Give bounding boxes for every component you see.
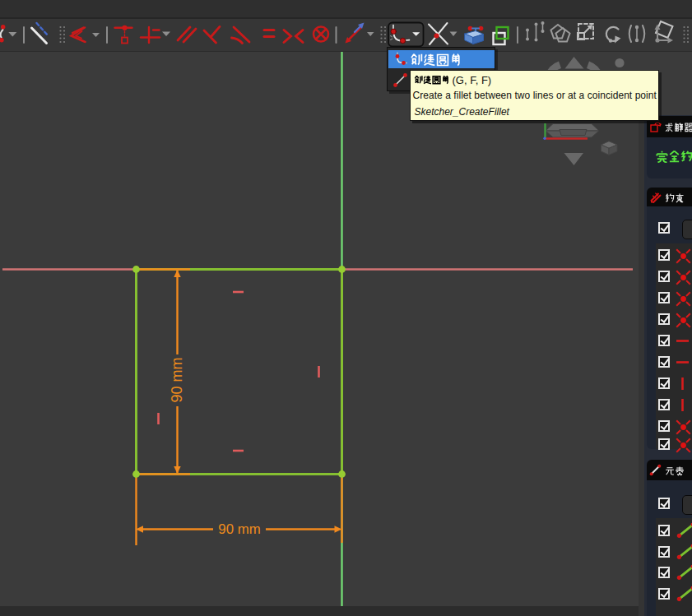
svg-text:90 mm: 90 mm (218, 521, 260, 537)
svg-text:90 mm: 90 mm (169, 357, 185, 402)
